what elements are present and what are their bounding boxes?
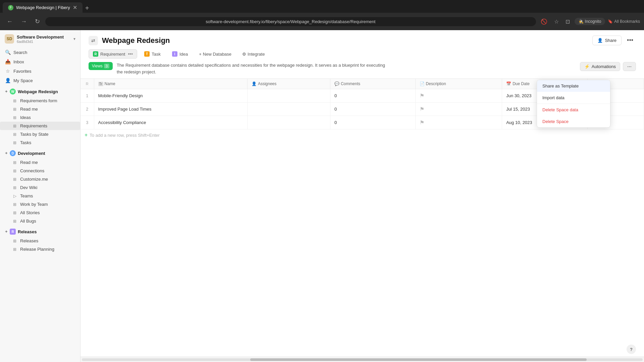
settings-icon: ⋯ [627, 64, 632, 69]
dev-wiki-label: Dev Wiki [20, 185, 75, 190]
nav-forward-btn[interactable]: → [18, 17, 30, 26]
sidebar-item-favorites[interactable]: ☆ Favorites [0, 66, 80, 76]
share-person-icon: 👤 [597, 38, 603, 43]
cell-comments: 0 [330, 116, 415, 129]
sidebar-section-header-development[interactable]: ✦ D Development [0, 148, 80, 158]
cell-name[interactable]: Improved Page Load Times [94, 103, 247, 116]
browser-chrome: F Webpage Redesign | Fibery ✕ + ← → ↻ 🚫 … [0, 0, 644, 30]
requirement-tab-more[interactable]: ••• [128, 51, 133, 57]
automations-btn[interactable]: ⚡ Automations [580, 62, 620, 71]
bookmark-btn[interactable]: ☆ [552, 17, 561, 26]
dropdown-item-share-template[interactable]: Share as Template [537, 80, 610, 92]
tasks-label: Tasks [20, 140, 75, 145]
requirements-label: Requirements [20, 123, 75, 128]
tab-task[interactable]: T Task [140, 49, 165, 59]
sidebar-item-tasks-by-state[interactable]: ⊞ Tasks by State [0, 130, 80, 138]
sidebar-item-work-by-team[interactable]: ⊞ Work by Team [0, 200, 80, 208]
sidebar-section-webpage: ✦ W Webpage Redesign ⊞ Requirements form… [0, 86, 80, 147]
tab-idea[interactable]: I Idea [168, 49, 192, 59]
cell-assignees[interactable] [247, 103, 330, 116]
cell-name[interactable]: Accessibility Compliance [94, 116, 247, 129]
sidebar-item-myspace[interactable]: 👤 My Space [0, 76, 80, 85]
workspace-name: Software Development [17, 35, 71, 40]
address-bar[interactable] [45, 17, 536, 26]
col-description[interactable]: 📄 Description [415, 79, 502, 89]
nav-refresh-btn[interactable]: ↻ [32, 16, 43, 26]
new-tab-btn[interactable]: + [83, 4, 92, 13]
sidebar-section-header-webpage[interactable]: ✦ W Webpage Redesign [0, 86, 80, 97]
add-row-placeholder: To add a new row, press Shift+Enter [90, 133, 159, 138]
sidebar-item-ideas[interactable]: ⊞ Ideas [0, 113, 80, 122]
share-btn[interactable]: 👤 Share [592, 36, 622, 45]
sidebar-item-all-bugs[interactable]: ⊞ All Bugs [0, 217, 80, 225]
sidebar-item-connections[interactable]: ⊞ Connections [0, 167, 80, 175]
grid-icon-10: ⊞ [12, 185, 17, 190]
integrate-btn[interactable]: ⚙ Integrate [238, 50, 269, 58]
sidebar-item-all-stories[interactable]: ⊞ All Stories [0, 208, 80, 217]
sidebar-item-tasks[interactable]: ⊞ Tasks [0, 138, 80, 147]
new-database-btn[interactable]: + New Database [195, 50, 235, 58]
active-tab[interactable]: F Webpage Redesign | Fibery ✕ [3, 2, 83, 13]
all-stories-label: All Stories [20, 210, 75, 215]
page-header: ⇄ Webpage Redesign 👤 Share ••• [80, 30, 644, 45]
header-right: 👤 Share ••• [592, 36, 636, 45]
sidebar-item-releases[interactable]: ⊞ Releases [0, 237, 80, 245]
sidebar-section-header-releases[interactable]: ✦ R Releases [0, 227, 80, 237]
sidebar-item-dev-wiki[interactable]: ⊞ Dev Wiki [0, 183, 80, 192]
more-settings-btn[interactable]: ⋯ [623, 62, 636, 71]
incognito-btn[interactable]: 🕵 Incognito [575, 18, 605, 25]
help-icon: ? [630, 347, 633, 352]
sidebar-section-releases: ✦ R Releases ⊞ Releases ⊞ Release Planni… [0, 227, 80, 253]
add-row-btn[interactable]: + To add a new row, press Shift+Enter [80, 129, 644, 141]
cell-num: 1 [80, 89, 94, 103]
cell-assignees[interactable] [247, 116, 330, 129]
camera-off-btn[interactable]: 🚫 [539, 17, 549, 26]
sidebar-item-requirements-form[interactable]: ⊞ Requirements form [0, 97, 80, 105]
page-description: The Requirement database contains detail… [117, 62, 385, 75]
tab-requirement[interactable]: R Requirement ••• [89, 49, 137, 59]
grid-icon-8: ⊞ [12, 169, 17, 173]
dropdown-item-delete-space[interactable]: Delete Space [537, 116, 610, 127]
read-me-2-label: Read me [20, 160, 75, 165]
idea-tab-icon: I [172, 51, 177, 57]
browser-tabs: F Webpage Redesign | Fibery ✕ + [0, 0, 644, 13]
dropdown-item-import-data[interactable]: Import data [537, 92, 610, 104]
col-comments[interactable]: 💬 Comments [330, 79, 415, 89]
teams-label: Teams [20, 193, 75, 198]
back-navigation-btn[interactable]: ⇄ [89, 36, 98, 45]
help-btn[interactable]: ? [627, 345, 636, 354]
cell-assignees[interactable] [247, 89, 330, 103]
more-options-btn[interactable]: ••• [624, 36, 636, 45]
grid-icon-15: ⊞ [12, 247, 17, 252]
task-tab-label: Task [152, 52, 161, 57]
sidebar-item-requirements[interactable]: ⊞ Requirements [0, 122, 80, 130]
sidebar-item-release-planning[interactable]: ⊞ Release Planning [0, 245, 80, 253]
col-name[interactable]: Tr Name [94, 79, 247, 89]
horizontal-scrollbar[interactable] [80, 357, 644, 362]
grid-icon-11: ⊞ [12, 202, 17, 207]
dropdown-item-delete-space-data[interactable]: Delete Space data [537, 104, 610, 116]
scrollbar-thumb[interactable] [250, 358, 587, 361]
main-content: ⇄ Webpage Redesign 👤 Share ••• R Require… [80, 30, 644, 362]
workspace-id: 6ad8d3d1 [17, 40, 71, 44]
sidebar-item-read-me-1[interactable]: ⊞ Read me [0, 105, 80, 113]
sidebar-item-teams[interactable]: ▷ Teams [0, 192, 80, 200]
cell-name[interactable]: Mobile-Friendly Design [94, 89, 247, 103]
grid-icon-6: ⊞ [12, 140, 17, 145]
inbox-label: Inbox [13, 59, 24, 64]
col-assignees[interactable]: 👤 Assignees [247, 79, 330, 89]
new-db-label: New Database [203, 52, 231, 57]
views-btn[interactable]: Views 3 [89, 62, 113, 70]
nav-back-btn[interactable]: ← [4, 17, 15, 26]
sidebar-item-search[interactable]: 🔍 Search [0, 48, 80, 57]
tab-close-btn[interactable]: ✕ [73, 4, 77, 11]
grid-icon-7: ⊞ [12, 160, 17, 165]
split-view-btn[interactable]: ⊡ [564, 17, 572, 26]
sidebar-item-inbox[interactable]: 📥 Inbox [0, 57, 80, 66]
sidebar-item-read-me-2[interactable]: ⊞ Read me [0, 158, 80, 167]
workspace-header[interactable]: SD Software Development 6ad8d3d1 ▾ [0, 30, 80, 48]
ideas-label: Ideas [20, 115, 75, 120]
sidebar-item-customize[interactable]: ⊞ Customize.me [0, 175, 80, 183]
assignees-col-label: Assignees [258, 81, 276, 86]
due-date-col-icon: 📅 [506, 81, 511, 86]
